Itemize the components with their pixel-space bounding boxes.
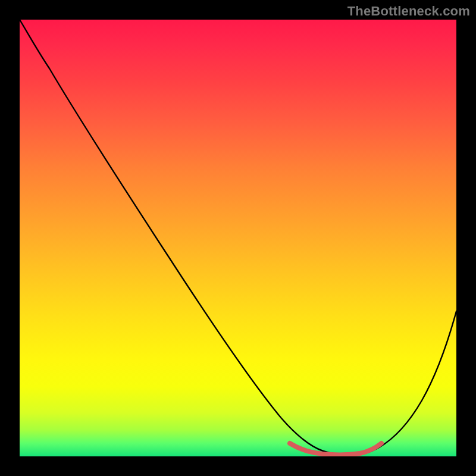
chart-frame: TheBottleneck.com (0, 0, 476, 476)
plot-area (20, 20, 456, 456)
watermark-text: TheBottleneck.com (347, 4, 470, 19)
chart-svg (20, 20, 456, 456)
optimal-range-highlight (290, 443, 381, 455)
bottleneck-curve (20, 20, 456, 455)
